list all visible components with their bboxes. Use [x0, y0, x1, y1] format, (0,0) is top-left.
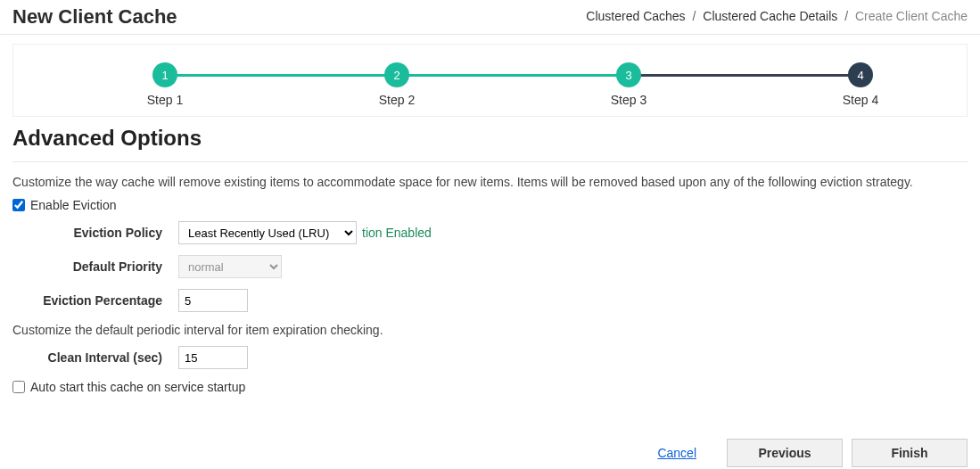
previous-button[interactable]: Previous	[727, 439, 843, 467]
eviction-policy-label: Eviction Policy	[12, 226, 178, 240]
stepper: 1 2 3 4 Step 1 Step 2 Step 3 Step 4	[12, 44, 968, 117]
auto-start-checkbox[interactable]	[12, 381, 25, 393]
divider	[12, 161, 968, 162]
step-2-label: Step 2	[379, 93, 415, 107]
eviction-enabled-hint: tion Enabled	[362, 226, 432, 240]
eviction-policy-row: Eviction Policy Least Recently Used (LRU…	[12, 221, 968, 244]
clean-interval-desc: Customize the default periodic interval …	[12, 323, 968, 337]
enable-eviction-checkbox[interactable]	[12, 199, 25, 211]
eviction-percentage-row: Eviction Percentage	[12, 289, 968, 312]
breadcrumb-item-caches[interactable]: Clustered Caches	[586, 9, 685, 23]
default-priority-label: Default Priority	[12, 259, 178, 274]
breadcrumb-item-details[interactable]: Clustered Cache Details	[703, 9, 837, 23]
step-1-label: Step 1	[147, 93, 183, 107]
breadcrumb-separator: /	[693, 9, 696, 23]
eviction-percentage-label: Eviction Percentage	[12, 293, 178, 308]
step-1-circle[interactable]: 1	[152, 62, 177, 87]
step-3-circle[interactable]: 3	[616, 62, 641, 87]
footer-actions: Cancel Previous Finish	[0, 403, 980, 469]
step-3-label: Step 3	[611, 93, 646, 107]
auto-start-row: Auto start this cache on service startup	[12, 380, 968, 394]
page-title: New Client Cache	[12, 5, 177, 29]
clean-interval-row: Clean Interval (sec)	[12, 346, 968, 369]
eviction-policy-select[interactable]: Least Recently Used (LRU)	[178, 221, 357, 244]
auto-start-label: Auto start this cache on service startup	[30, 380, 245, 394]
enable-eviction-row: Enable Eviction	[12, 198, 968, 212]
enable-eviction-label: Enable Eviction	[30, 198, 117, 212]
page-header: New Client Cache Clustered Caches / Clus…	[0, 0, 980, 35]
step-4-label: Step 4	[843, 93, 878, 107]
breadcrumb: Clustered Caches / Clustered Cache Detai…	[586, 5, 968, 23]
step-2-circle[interactable]: 2	[384, 62, 409, 87]
step-4-circle[interactable]: 4	[848, 62, 873, 87]
eviction-desc: Customize the way cache will remove exis…	[12, 175, 968, 189]
cancel-link[interactable]: Cancel	[657, 446, 696, 460]
breadcrumb-item-current: Create Client Cache	[855, 9, 968, 23]
section-title: Advanced Options	[12, 126, 968, 151]
clean-interval-input[interactable]	[178, 346, 248, 369]
default-priority-row: Default Priority normal	[12, 255, 968, 278]
default-priority-select: normal	[178, 255, 282, 278]
clean-interval-label: Clean Interval (sec)	[12, 350, 178, 365]
eviction-percentage-input[interactable]	[178, 289, 248, 312]
finish-button[interactable]: Finish	[852, 439, 968, 467]
breadcrumb-separator: /	[844, 9, 848, 23]
